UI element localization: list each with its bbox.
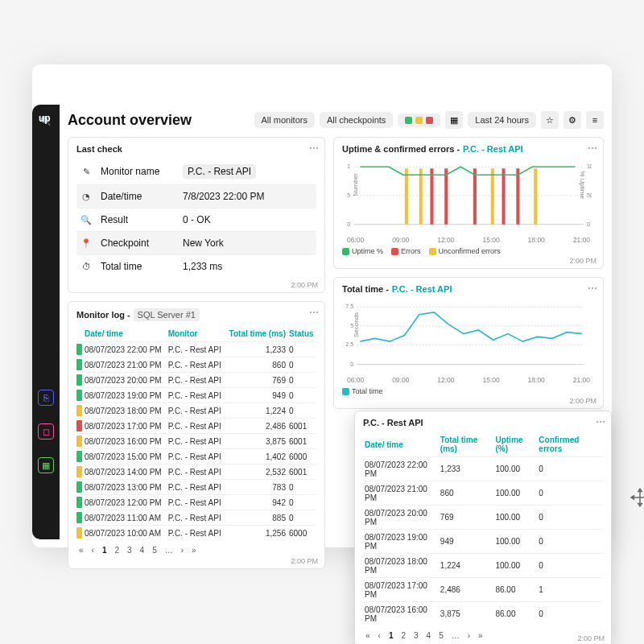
link-icon[interactable]: ⎘ — [38, 390, 54, 406]
page-link[interactable]: › — [179, 545, 186, 555]
page-link[interactable]: 1 — [386, 630, 396, 641]
col-uptime[interactable]: Uptime (%) — [493, 432, 537, 457]
star-icon[interactable]: ☆ — [541, 111, 559, 129]
page-link[interactable]: » — [476, 630, 485, 641]
cell-totaltime: 3,875 — [439, 602, 494, 626]
table-row[interactable]: 08/07/2023 17:00 PMP.C. - Rest API2,4866… — [76, 419, 316, 434]
page-link[interactable]: 1 — [100, 545, 109, 555]
page-link[interactable]: … — [449, 630, 462, 641]
table-row[interactable]: 08/07/2023 13:00 PMP.C. - Rest API7830 — [76, 480, 316, 495]
table-row[interactable]: 08/07/2023 19:00 PM949100.000 — [363, 530, 603, 554]
table-row[interactable]: 08/07/2023 16:00 PMP.C. - Rest API3,8756… — [76, 434, 316, 449]
pager[interactable]: «‹12345…›» — [363, 630, 603, 641]
page-link[interactable]: … — [163, 545, 175, 555]
table-row[interactable]: 08/07/2023 20:00 PMP.C. - Rest API7690 — [76, 373, 316, 388]
table-row[interactable]: 08/07/2023 21:00 PM860100.000 — [363, 481, 603, 506]
cell-totaltime: 860 — [225, 357, 287, 373]
col-status[interactable]: Status — [287, 326, 316, 342]
detail-title: P.C. - Rest API — [363, 418, 603, 427]
cell-totaltime: 942 — [225, 495, 287, 510]
menu-icon[interactable]: ≡ — [586, 111, 604, 129]
lastcheck-row: ✎Monitor nameP.C. - Rest API — [76, 159, 316, 185]
col-totaltime[interactable]: Total time (ms) — [439, 432, 494, 457]
col-monitor[interactable]: Monitor — [167, 326, 225, 342]
uptime-sub[interactable]: P.C. - Rest API — [463, 144, 523, 154]
table-row[interactable]: 08/07/2023 19:00 PMP.C. - Rest API9490 — [76, 388, 316, 403]
page-link[interactable]: 5 — [150, 545, 159, 555]
page-link[interactable]: 4 — [138, 545, 147, 555]
cell-datetime: 08/07/2023 16:00 PM — [363, 602, 439, 626]
cell-uptime: 86.00 — [493, 602, 537, 626]
table-row[interactable]: 08/07/2023 14:00 PMP.C. - Rest API2,5326… — [76, 464, 316, 480]
page-link[interactable]: 2 — [112, 545, 122, 555]
grid-icon[interactable]: ▦ — [38, 457, 54, 473]
tiles-icon[interactable]: ▦ — [445, 111, 463, 129]
cell-uptime: 100.00 — [493, 530, 537, 554]
page-link[interactable]: « — [76, 545, 86, 555]
more-icon[interactable]: ⋯ — [588, 283, 598, 294]
table-row[interactable]: 08/07/2023 22:00 PMP.C. - Rest API1,2330 — [76, 342, 316, 357]
more-icon[interactable]: ⋯ — [309, 142, 320, 154]
range-select[interactable]: Last 24 hours — [468, 112, 536, 128]
row-value: 7/8/2023 22:00 PM — [183, 191, 264, 202]
more-icon[interactable]: ⋯ — [596, 416, 606, 427]
page-link[interactable]: » — [189, 545, 199, 555]
row-value: New York — [183, 237, 224, 249]
brand-logo: up — [39, 113, 51, 124]
col-datetime[interactable]: Date/ time — [83, 326, 167, 342]
filter-monitors[interactable]: All monitors — [254, 112, 315, 128]
gear-icon[interactable]: ⚙ — [564, 111, 581, 129]
page-link[interactable]: « — [363, 630, 373, 641]
totaltime-sub[interactable]: P.C. - Rest API — [392, 284, 452, 294]
pager[interactable]: «‹12345…›» — [76, 545, 316, 555]
table-row[interactable]: 08/07/2023 10:00 AMP.C. - Rest API1,2566… — [76, 526, 316, 541]
cell-uptime: 86.00 — [493, 578, 537, 602]
page-link[interactable]: 3 — [411, 630, 421, 641]
cell-totaltime: 1,233 — [439, 457, 494, 481]
cell-status: 0 — [287, 403, 316, 419]
svg-text:100: 100 — [587, 163, 592, 170]
filter-checkpoints[interactable]: All checkpoints — [320, 112, 393, 128]
page-link[interactable]: 5 — [436, 630, 446, 641]
table-row[interactable]: 08/07/2023 15:00 PMP.C. - Rest API1,4026… — [76, 449, 316, 464]
page-link[interactable]: ‹ — [89, 545, 97, 555]
col-datetime[interactable]: Date/ time — [363, 432, 439, 457]
more-icon[interactable]: ⋯ — [309, 307, 320, 318]
table-row[interactable]: 08/07/2023 21:00 PMP.C. - Rest API8600 — [76, 357, 316, 373]
table-row[interactable]: 08/07/2023 16:00 PM3,87586.000 — [363, 602, 603, 626]
cell-status: 6000 — [287, 526, 316, 541]
table-row[interactable]: 08/07/2023 18:00 PMP.C. - Rest API1,2240 — [76, 403, 316, 419]
svg-rect-12 — [444, 168, 448, 225]
table-row[interactable]: 08/07/2023 20:00 PM769100.000 — [363, 506, 603, 530]
col-totaltime[interactable]: Total time (ms) — [225, 326, 287, 342]
table-row[interactable]: 08/07/2023 22:00 PM1,233100.000 — [363, 457, 603, 481]
move-icon[interactable] — [630, 487, 644, 508]
page-link[interactable]: › — [465, 630, 473, 641]
x-tick: 21:00 — [573, 236, 590, 244]
col-errors[interactable]: Confirmed errors — [537, 432, 603, 457]
page-link[interactable]: 4 — [424, 630, 434, 641]
legend-item: Uptime % — [342, 247, 383, 255]
page-link[interactable]: ‹ — [376, 630, 383, 641]
table-row[interactable]: 08/07/2023 18:00 PM1,224100.000 — [363, 554, 603, 578]
detail-popup[interactable]: P.C. - Rest API ⋯ Date/ time Total time … — [354, 411, 612, 644]
page-title: Account overview — [68, 112, 192, 129]
cell-datetime: 08/07/2023 17:00 PM — [83, 419, 167, 434]
row-icon: 📍 — [80, 238, 93, 249]
table-row[interactable]: 08/07/2023 11:00 AMP.C. - Rest API8850 — [76, 510, 316, 526]
monitor-log-table: Date/ time Monitor Total time (ms) Statu… — [76, 326, 316, 540]
cart-icon[interactable]: ◻ — [38, 423, 54, 440]
page-link[interactable]: 3 — [125, 545, 134, 555]
status-indicator — [76, 374, 82, 386]
table-row[interactable]: 08/07/2023 17:00 PM2,48686.001 — [363, 578, 603, 602]
status-indicator — [76, 497, 82, 508]
row-value: P.C. - Rest API — [183, 164, 256, 179]
cell-status: 0 — [287, 480, 316, 495]
page-link[interactable]: 2 — [398, 630, 408, 641]
more-icon[interactable]: ⋯ — [588, 142, 598, 154]
card-timestamp: 2:00 PM — [577, 634, 605, 642]
status-filter[interactable] — [398, 114, 440, 127]
table-row[interactable]: 08/07/2023 12:00 PMP.C. - Rest API9420 — [76, 495, 316, 510]
cell-uptime: 100.00 — [493, 481, 537, 506]
cell-totaltime: 949 — [439, 530, 494, 554]
